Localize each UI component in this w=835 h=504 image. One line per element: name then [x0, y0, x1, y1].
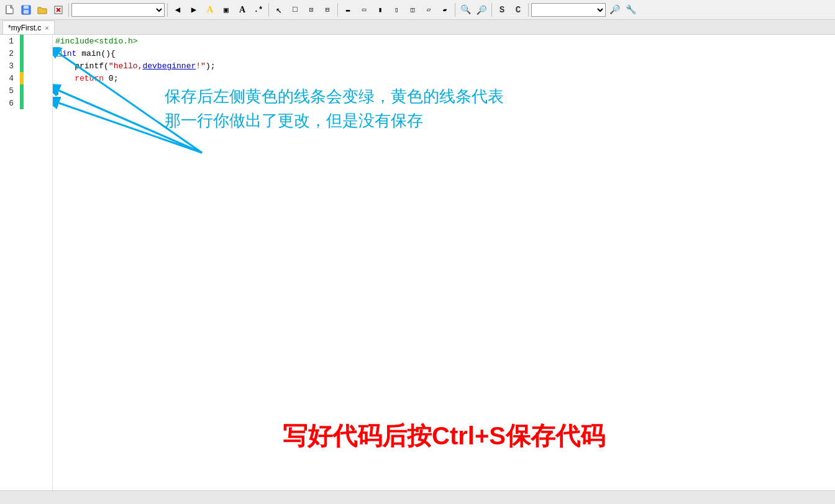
line-row-3: 3 [0, 60, 52, 72]
line-row-2: 2 [0, 47, 52, 60]
sep3 [268, 3, 269, 17]
tool-d[interactable]: ▯ [389, 2, 404, 17]
editor-area: 1 2 3 4 5 6 [0, 35, 835, 490]
line-number-6: 6 [0, 99, 19, 108]
string-literal-end: !" [196, 61, 206, 71]
sep5 [455, 3, 455, 17]
sep4 [337, 3, 338, 17]
zoom-in-button[interactable]: 🔍 [458, 2, 473, 17]
line-number-1: 1 [0, 37, 19, 46]
line-number-gutter: 1 2 3 4 5 6 [0, 35, 53, 490]
line-indicator-3 [20, 60, 24, 72]
line-indicator-4 [20, 72, 24, 84]
line-indicator-5 [20, 84, 24, 97]
sep1 [68, 3, 69, 17]
instruction-text: 写好代码后按Ctrl+S保存代码 [53, 419, 835, 453]
img-tool[interactable]: ⊡ [304, 2, 319, 17]
line-number-2: 2 [0, 49, 19, 58]
code-and-annotation: #include<stdio.h> -int main(){ printf("h… [53, 35, 835, 490]
tab-bar: *myFirst.c × [0, 20, 835, 35]
line-row-4: 4 [0, 72, 52, 84]
close-file-button[interactable] [51, 2, 66, 17]
status-bar [0, 490, 835, 504]
bottom-instruction: 写好代码后按Ctrl+S保存代码 [53, 419, 835, 453]
line-row-5: 5 [0, 84, 52, 97]
tool-g[interactable]: ▰ [437, 2, 452, 17]
format-button[interactable]: ▣ [219, 2, 234, 17]
zoom-out-button[interactable]: 🔍 [474, 2, 489, 17]
sep7 [528, 3, 529, 17]
int-keyword: int [62, 49, 76, 58]
sep6 [491, 3, 492, 17]
regex-button[interactable]: .* [251, 2, 266, 17]
return-keyword: return [75, 74, 104, 83]
line-indicator-1 [20, 35, 24, 47]
new-file-button[interactable] [2, 2, 17, 17]
code-line-2: -int main(){ [55, 47, 835, 60]
forward-button[interactable]: ▶ [186, 2, 201, 17]
crop-tool[interactable]: ⊟ [320, 2, 335, 17]
annotation-line2: 那一行你做出了更改，但是没有保存 [165, 109, 600, 133]
line-number-4: 4 [0, 74, 19, 83]
code-line-4: return 0; [55, 72, 835, 84]
line-number-3: 3 [0, 61, 19, 71]
annotation-area: 保存后左侧黄色的线条会变绿，黄色的线条代表 那一行你做出了更改，但是没有保存 [165, 84, 600, 133]
search-button[interactable]: 🔎 [607, 2, 622, 17]
link-text: devbeginner [142, 61, 196, 71]
line-indicator-6 [20, 97, 24, 109]
string-literal: "hello, [109, 61, 143, 71]
tool-a[interactable]: ▬ [340, 2, 355, 17]
code-line-3: printf("hello,devbeginner!"); [55, 60, 835, 72]
select-tool[interactable]: ↖ [271, 2, 286, 17]
highlight-button[interactable]: A [203, 2, 217, 17]
annotation-line1: 保存后左侧黄色的线条会变绿，黄色的线条代表 [165, 84, 600, 109]
font-button[interactable]: A [235, 2, 250, 17]
syntax-s-button[interactable]: S [495, 2, 509, 17]
line-row-1: 1 [0, 35, 52, 47]
tab-label: *myFirst.c [8, 24, 41, 32]
save-button[interactable] [19, 2, 34, 17]
open-button[interactable] [35, 2, 50, 17]
tab-close-button[interactable]: × [45, 24, 48, 32]
line-number-5: 5 [0, 86, 19, 96]
rect-tool[interactable]: □ [288, 2, 303, 17]
line-indicator-2 [20, 47, 24, 60]
tool-c[interactable]: ▮ [373, 2, 388, 17]
sep2 [167, 3, 168, 17]
tool-b[interactable]: ▭ [357, 2, 372, 17]
svg-rect-3 [24, 10, 29, 14]
code-line-1: #include<stdio.h> [55, 35, 835, 47]
back-button[interactable]: ◀ [170, 2, 185, 17]
tab-myfirst[interactable]: *myFirst.c × [2, 20, 55, 34]
line-row-6: 6 [0, 97, 52, 109]
tool-e[interactable]: ◫ [405, 2, 420, 17]
settings-button[interactable]: 🔧 [623, 2, 638, 17]
collapse-button[interactable]: - [55, 50, 62, 56]
include-text: #include<stdio.h> [55, 37, 138, 46]
toolbar: ◀ ▶ A ▣ A .* ↖ □ ⊡ ⊟ ▬ ▭ ▮ ▯ ◫ ▱ ▰ 🔍 🔍 S… [0, 0, 835, 20]
file-dropdown[interactable] [71, 3, 165, 17]
svg-rect-2 [24, 6, 29, 9]
syntax-c-button[interactable]: C [511, 2, 526, 17]
tool-f[interactable]: ▱ [421, 2, 436, 17]
search-dropdown[interactable] [531, 3, 606, 17]
